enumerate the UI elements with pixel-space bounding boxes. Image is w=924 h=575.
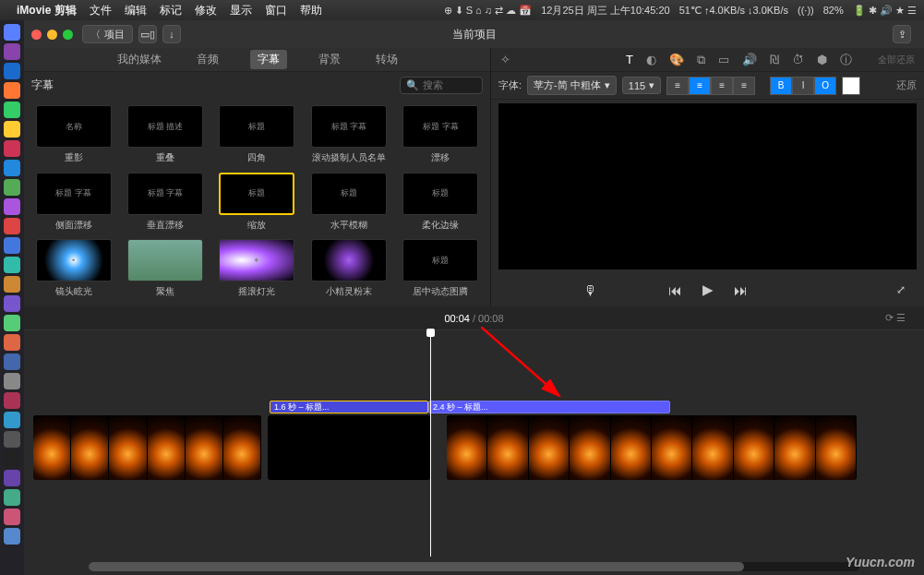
align-justify-button[interactable]: ≡ <box>733 77 755 95</box>
dock-icon[interactable] <box>4 412 20 428</box>
share-button[interactable]: ⇪ <box>893 25 911 43</box>
dock-icon[interactable] <box>4 470 20 486</box>
dock-icon[interactable] <box>4 276 20 293</box>
dock-icon[interactable] <box>4 392 20 409</box>
volume-icon[interactable]: 🔊 <box>742 53 757 66</box>
dock-icon[interactable] <box>4 218 20 234</box>
layout-button[interactable]: ▭▯ <box>138 25 157 43</box>
menu-help[interactable]: 帮助 <box>300 3 322 18</box>
dock-icon[interactable] <box>4 121 20 138</box>
dock-icon[interactable] <box>4 431 20 448</box>
crop-icon[interactable]: ⧉ <box>697 53 705 67</box>
menu-modify[interactable]: 修改 <box>195 3 217 18</box>
video-preview[interactable] <box>498 103 917 270</box>
search-field[interactable]: 🔍 <box>400 77 483 94</box>
minimize-icon[interactable] <box>47 30 57 40</box>
title-preset[interactable]: 标题居中动态图腾 <box>399 239 483 299</box>
align-right-button[interactable]: ≡ <box>711 77 733 95</box>
title-preset[interactable]: ✧小精灵粉末 <box>306 239 390 299</box>
horizontal-scrollbar[interactable] <box>89 562 859 571</box>
zoom-icon[interactable] <box>63 30 73 40</box>
dock-icon[interactable] <box>4 334 20 351</box>
filter-icon[interactable]: ⬢ <box>817 53 827 66</box>
dock-icon[interactable] <box>4 237 20 254</box>
title-preset[interactable]: 标题四角 <box>215 105 299 165</box>
dock-icon[interactable] <box>4 160 20 176</box>
title-preset[interactable]: 标题水平模糊 <box>306 173 390 233</box>
info-icon[interactable]: ⓘ <box>840 52 852 68</box>
next-button[interactable]: ⏭ <box>734 282 748 298</box>
bold-button[interactable]: B <box>770 77 792 95</box>
tab-titles[interactable]: 字幕 <box>250 50 287 69</box>
video-clip[interactable] <box>268 415 430 480</box>
timeline-settings-icon[interactable]: ⟳ ☰ <box>885 312 906 324</box>
restore-button[interactable]: 还原 <box>896 78 917 92</box>
magic-wand-icon[interactable]: ✧ <box>500 53 510 66</box>
dock-icon[interactable] <box>4 295 20 312</box>
dock-icon[interactable] <box>4 102 20 118</box>
align-left-button[interactable]: ≡ <box>666 77 689 95</box>
dock-icon[interactable] <box>4 509 20 525</box>
title-preset[interactable]: 标题柔化边缘 <box>399 173 483 233</box>
title-preset[interactable]: •镜头眩光 <box>31 239 115 299</box>
mic-icon[interactable]: 🎙 <box>583 282 597 298</box>
title-preset[interactable]: 标题 字幕侧面漂移 <box>31 173 115 233</box>
dock-icon[interactable] <box>4 140 20 157</box>
dock-icon[interactable] <box>4 353 20 370</box>
menu-file[interactable]: 文件 <box>90 3 112 18</box>
play-button[interactable]: ▶ <box>702 282 714 298</box>
fullscreen-icon[interactable]: ⤢ <box>896 283 906 296</box>
app-name[interactable]: iMovie 剪辑 <box>17 3 77 18</box>
dock-icon[interactable] <box>4 373 20 389</box>
search-input[interactable] <box>423 79 478 90</box>
title-preset[interactable]: 名称重影 <box>31 105 115 165</box>
back-to-projects-button[interactable]: 〈 项目 <box>82 25 133 43</box>
playhead[interactable] <box>430 330 431 557</box>
eq-icon[interactable]: ₪ <box>770 53 779 66</box>
contrast-icon[interactable]: ◐ <box>646 53 656 66</box>
dock-icon[interactable] <box>4 82 20 99</box>
timeline-body[interactable]: 1.6 秒 – 标题...2.4 秒 – 标题... <box>24 330 924 575</box>
status-battery[interactable]: 82% <box>823 5 844 16</box>
dock-icon[interactable] <box>4 63 20 79</box>
title-preset[interactable]: 标题缩放 <box>215 173 299 233</box>
title-preset[interactable]: 聚焦 <box>123 239 207 299</box>
dock-icon[interactable] <box>4 24 20 41</box>
reset-all-button[interactable]: 全部还原 <box>878 54 915 66</box>
title-preset[interactable]: 标题 字幕垂直漂移 <box>123 173 207 233</box>
font-family-select[interactable]: 苹方-简 中粗体 ▾ <box>527 76 617 95</box>
menu-edit[interactable]: 编辑 <box>125 3 147 18</box>
title-preset[interactable]: 标题 描述重叠 <box>123 105 207 165</box>
status-extras[interactable]: 🔋 ✱ 🔊 ★ ☰ <box>853 5 917 17</box>
color-icon[interactable]: 🎨 <box>669 53 684 66</box>
outline-button[interactable]: O <box>814 77 836 95</box>
dock-icon[interactable] <box>4 257 20 273</box>
tab-backgrounds[interactable]: 背景 <box>315 52 344 67</box>
prev-button[interactable]: ⏮ <box>668 282 682 298</box>
video-clip[interactable] <box>33 415 261 480</box>
dock-icon[interactable] <box>4 528 20 545</box>
dock-icon[interactable] <box>4 315 20 331</box>
title-clip[interactable]: 1.6 秒 – 标题... <box>270 401 428 413</box>
speed-icon[interactable]: ⏱ <box>792 53 804 66</box>
import-button[interactable]: ↓ <box>162 25 181 43</box>
title-preset[interactable]: 标题 字幕漂移 <box>399 105 483 165</box>
status-icons[interactable]: ⊕ ⬇ S ⌂ ♫ ⇄ ☁ 📅 <box>444 5 533 17</box>
status-wifi[interactable]: ((·)) <box>798 5 814 16</box>
dock-icon[interactable] <box>4 450 20 467</box>
tab-transitions[interactable]: 转场 <box>372 52 402 67</box>
text-icon[interactable]: T <box>626 53 633 66</box>
dock-icon[interactable] <box>4 43 20 60</box>
status-date[interactable]: 12月25日 周三 上午10:45:20 <box>541 4 669 18</box>
align-center-button[interactable]: ≡ <box>689 77 711 95</box>
menu-view[interactable]: 显示 <box>230 3 252 18</box>
close-icon[interactable] <box>31 30 42 40</box>
dock-icon[interactable] <box>4 179 20 196</box>
menu-window[interactable]: 窗口 <box>265 3 287 18</box>
title-preset[interactable]: ✦摇滚灯光 <box>215 239 299 299</box>
scrollbar-thumb[interactable] <box>89 562 744 571</box>
stabilize-icon[interactable]: ▭ <box>718 53 729 66</box>
menu-mark[interactable]: 标记 <box>160 3 182 18</box>
status-cpu[interactable]: 51℃ ↑4.0KB/s ↓3.0KB/s <box>679 5 788 17</box>
dock-icon[interactable] <box>4 198 20 215</box>
